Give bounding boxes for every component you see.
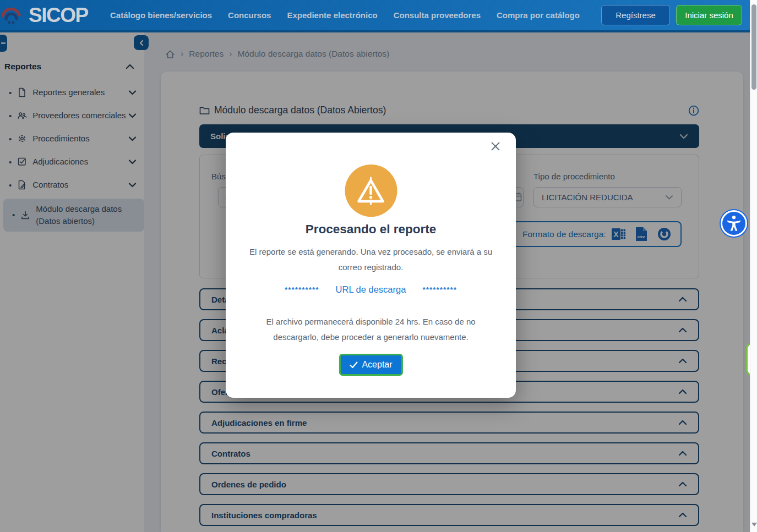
modal-title: Procesando el reporte: [226, 222, 516, 237]
accept-button-label: Aceptar: [362, 360, 392, 370]
vertical-scrollbar[interactable]: [750, 0, 757, 532]
close-icon[interactable]: [488, 139, 503, 153]
nav-link[interactable]: Expediente electrónico: [287, 10, 377, 20]
sicop-wifi-icon: [1, 4, 22, 26]
download-url-link[interactable]: URL de descarga: [336, 284, 406, 295]
top-navbar: SICOP Catálogo bienes/serviciosConcursos…: [0, 0, 757, 32]
nav-link[interactable]: Catálogo bienes/servicios: [110, 10, 212, 20]
modal-note-text: El archivo permanecerá disponible 24 hrs…: [244, 314, 498, 345]
nav-link[interactable]: Concursos: [228, 10, 271, 20]
warning-icon: [345, 164, 397, 217]
scrollbar-down-arrow[interactable]: [751, 523, 757, 526]
scrollbar-thumb[interactable]: [751, 4, 756, 90]
modal-body-text: El reporte se está generando. Una vez pr…: [239, 244, 503, 275]
logo-text: SICOP: [29, 4, 88, 27]
nav-link[interactable]: Compra por catálogo: [497, 10, 580, 20]
nav-links: Catálogo bienes/serviciosConcursosExpedi…: [110, 10, 580, 20]
register-button[interactable]: Regístrese: [601, 5, 670, 25]
masked-url-right[interactable]: **********: [422, 286, 457, 294]
processing-report-modal: Procesando el reporte El reporte se está…: [226, 133, 516, 398]
nav-link[interactable]: Consulta proveedores: [394, 10, 481, 20]
accept-button[interactable]: Aceptar: [339, 354, 402, 376]
accessibility-icon[interactable]: [721, 210, 747, 237]
masked-url-left[interactable]: **********: [285, 286, 319, 294]
check-icon: [349, 361, 357, 369]
login-button[interactable]: Iniciar sesión: [676, 5, 742, 25]
sicop-logo[interactable]: SICOP: [1, 4, 88, 27]
